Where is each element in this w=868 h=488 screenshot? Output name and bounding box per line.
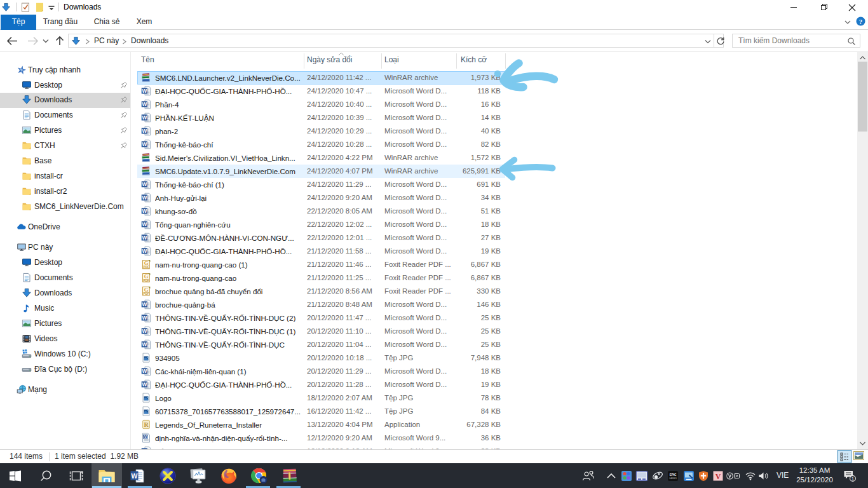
svg-text:W: W	[142, 88, 147, 94]
svg-text:W: W	[142, 315, 147, 321]
svg-text:EPIC: EPIC	[670, 473, 677, 476]
svg-text:W: W	[142, 182, 147, 187]
svg-text:W: W	[142, 102, 147, 107]
svg-text:W: W	[142, 115, 147, 121]
svg-text:PDF: PDF	[143, 266, 149, 269]
svg-text:W: W	[142, 329, 147, 334]
svg-text:V: V	[715, 471, 721, 480]
svg-text:W: W	[142, 128, 147, 134]
svg-text:PDF: PDF	[143, 279, 149, 282]
svg-text:W: W	[142, 222, 147, 227]
svg-text:W: W	[144, 434, 148, 438]
svg-text:1: 1	[851, 475, 855, 481]
svg-text:W: W	[142, 248, 147, 254]
svg-text:W: W	[142, 302, 147, 308]
svg-text:W: W	[142, 382, 147, 388]
svg-text:W: W	[142, 142, 147, 147]
svg-text:W: W	[142, 195, 147, 201]
svg-text:?: ?	[859, 18, 863, 25]
svg-text:PDF: PDF	[143, 292, 149, 295]
svg-text:GAMES: GAMES	[669, 477, 677, 479]
svg-text:W: W	[132, 471, 138, 479]
svg-text:W: W	[142, 342, 147, 348]
svg-text:W: W	[142, 235, 147, 241]
svg-text:R: R	[144, 421, 149, 428]
svg-text:W: W	[142, 369, 147, 374]
svg-text:W: W	[142, 208, 147, 214]
